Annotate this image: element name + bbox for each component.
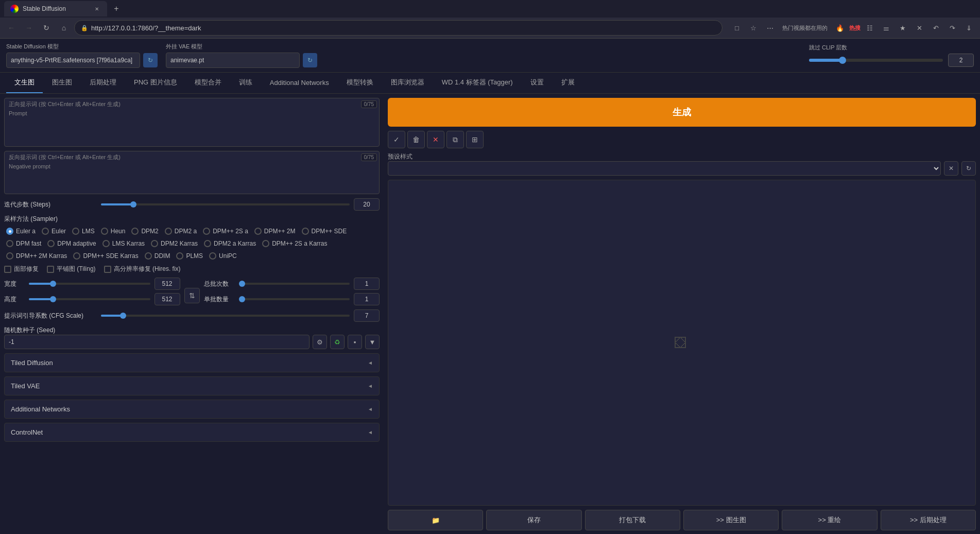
sampler-heun-radio[interactable]: [101, 228, 108, 235]
sampler-dpm2akarras-radio[interactable]: [204, 240, 211, 247]
sampler-unipc-radio[interactable]: [209, 252, 216, 260]
forward-button[interactable]: →: [22, 21, 36, 35]
undo-icon[interactable]: ↶: [929, 21, 943, 35]
sampler-lms[interactable]: LMS: [70, 227, 97, 236]
sampler-euler-a[interactable]: Euler a: [4, 227, 38, 236]
sampler-plms-radio[interactable]: [176, 252, 183, 260]
sd-model-refresh-button[interactable]: ↻: [143, 53, 158, 67]
sampler-dpmppsde[interactable]: DPM++ SDE: [300, 227, 349, 236]
width-slider[interactable]: [29, 283, 150, 285]
sampler-dpmfast[interactable]: DPM fast: [4, 239, 43, 248]
sampler-dpmpp2mkarras[interactable]: DPM++ 2M Karras: [4, 251, 69, 261]
generate-button[interactable]: 生成: [388, 98, 976, 127]
extra-action-button[interactable]: ⊞: [466, 131, 484, 148]
search-engine-label[interactable]: 热门视频都在用的: [779, 21, 831, 35]
steps-slider[interactable]: [101, 203, 350, 205]
reload-button[interactable]: ↻: [39, 21, 54, 35]
negative-prompt-textarea[interactable]: [5, 169, 379, 192]
sampler-euler-radio[interactable]: [42, 228, 49, 235]
sampler-dpm2a[interactable]: DPM2 a: [163, 227, 199, 236]
hot-icon[interactable]: 🔥: [833, 21, 847, 35]
save-button[interactable]: 保存: [486, 510, 581, 530]
sampler-plms[interactable]: PLMS: [174, 251, 205, 261]
preset-clear-button[interactable]: ✕: [944, 161, 958, 176]
seed-recycle-button[interactable]: ♻: [330, 335, 345, 349]
sampler-dpmfast-radio[interactable]: [6, 240, 13, 247]
steps-value[interactable]: 20: [354, 198, 380, 211]
sampler-lmskarras-radio[interactable]: [102, 240, 110, 247]
sampler-ddim-radio[interactable]: [145, 252, 152, 260]
address-bar[interactable]: 🔒 http://127.0.0.1:7860/?__theme=dark: [74, 20, 723, 36]
seed-extra-button[interactable]: ▪: [348, 335, 362, 349]
seed-dropdown-button[interactable]: ▼: [365, 335, 380, 349]
save-action-button[interactable]: ✓: [388, 131, 405, 148]
tiling-checkbox[interactable]: 平铺图 (Tiling): [47, 265, 96, 273]
hot-label[interactable]: 热搜: [849, 21, 861, 35]
home-button[interactable]: ⌂: [57, 21, 71, 35]
sampler-dpm2a-radio[interactable]: [165, 228, 172, 235]
batch-count-value[interactable]: 1: [354, 278, 380, 290]
sampler-dpmppsde-radio[interactable]: [302, 228, 309, 235]
tab-close-button[interactable]: ✕: [93, 5, 101, 13]
accordion-tiled-vae-header[interactable]: Tiled VAE ◄: [5, 377, 379, 395]
tab-settings[interactable]: 设置: [522, 73, 552, 93]
more-icon[interactable]: ⋯: [763, 21, 777, 35]
tab-pnginfo[interactable]: PNG 图片信息: [126, 73, 185, 93]
restore-faces-checkbox[interactable]: 面部修复: [4, 265, 39, 273]
tab-postprocess[interactable]: 后期处理: [81, 73, 125, 93]
tab-img2img[interactable]: 图生图: [44, 73, 80, 93]
accordion-controlnet-header[interactable]: ControlNet ◄: [5, 423, 379, 441]
sampler-dpm2-radio[interactable]: [131, 228, 139, 235]
sampler-lms-radio[interactable]: [72, 228, 79, 235]
preset-select[interactable]: [388, 161, 941, 176]
bookmark-star-icon[interactable]: ★: [896, 21, 910, 35]
sampler-heun[interactable]: Heun: [99, 227, 128, 236]
sd-model-select[interactable]: anything-v5-PrtRE.safetensors [7f96a1a9c…: [6, 53, 140, 68]
sampler-dpmppsdekarras[interactable]: DPM++ SDE Karras: [71, 251, 140, 261]
sampler-unipc[interactable]: UniPC: [207, 251, 239, 261]
seed-dice-button[interactable]: ⚙: [313, 335, 327, 349]
width-value[interactable]: 512: [154, 278, 180, 290]
sampler-dpm2akarras[interactable]: DPM2 a Karras: [202, 239, 258, 248]
height-slider[interactable]: [29, 298, 150, 300]
open-folder-button[interactable]: 📁: [388, 510, 483, 530]
preset-refresh-button[interactable]: ↻: [961, 161, 976, 176]
redo-icon[interactable]: ↷: [945, 21, 959, 35]
swap-dimensions-button[interactable]: ⇅: [184, 288, 200, 303]
screenshot-icon[interactable]: □: [730, 21, 744, 35]
tiling-box[interactable]: [47, 266, 54, 273]
restore-faces-box[interactable]: [4, 266, 11, 273]
sampler-dpmpp2sakarras[interactable]: DPM++ 2S a Karras: [260, 239, 329, 248]
vae-model-select[interactable]: animevae.pt: [166, 53, 300, 68]
tab-train[interactable]: 训练: [231, 73, 261, 93]
tab-tagger[interactable]: WD 1.4 标签器 (Tagger): [434, 73, 521, 93]
sampler-dpmpp2sakarras-radio[interactable]: [262, 240, 269, 247]
tab-gallery[interactable]: 图库浏览器: [383, 73, 433, 93]
download-icon[interactable]: ⇓: [961, 21, 976, 35]
close-tab-icon[interactable]: ✕: [912, 21, 926, 35]
sampler-euler-a-radio[interactable]: [6, 228, 13, 235]
sampler-dpm2karras[interactable]: DPM2 Karras: [149, 239, 200, 248]
grid-icon[interactable]: ☷: [863, 21, 877, 35]
sampler-dpm2[interactable]: DPM2: [129, 227, 160, 236]
sampler-dpmpp2sa[interactable]: DPM++ 2S a: [201, 227, 250, 236]
delete-action-button[interactable]: 🗑: [407, 131, 425, 148]
accordion-tiled-diffusion-header[interactable]: Tiled Diffusion ◄: [5, 354, 379, 372]
tab-extensions[interactable]: 扩展: [553, 73, 583, 93]
sampler-dpmpp2m[interactable]: DPM++ 2M: [252, 227, 298, 236]
zip-download-button[interactable]: 打包下载: [585, 510, 680, 530]
sampler-dpmadaptive[interactable]: DPM adaptive: [45, 239, 98, 248]
tab-additional[interactable]: Additional Networks: [262, 74, 337, 93]
back-button[interactable]: ←: [4, 21, 19, 35]
seed-input[interactable]: [4, 335, 310, 349]
sampler-ddim[interactable]: DDIM: [143, 251, 173, 261]
tab-txt2img[interactable]: 文生图: [6, 73, 43, 93]
bookmark-icon[interactable]: ☆: [746, 21, 761, 35]
close-action-button[interactable]: ✕: [427, 131, 444, 148]
height-value[interactable]: 512: [154, 293, 180, 305]
vae-model-refresh-button[interactable]: ↻: [303, 53, 317, 67]
sampler-dpmpp2sa-radio[interactable]: [203, 228, 210, 235]
sampler-euler[interactable]: Euler: [40, 227, 68, 236]
send-to-inpaint-button[interactable]: >> 重绘: [782, 510, 877, 530]
sampler-lmskarras[interactable]: LMS Karras: [100, 239, 147, 248]
